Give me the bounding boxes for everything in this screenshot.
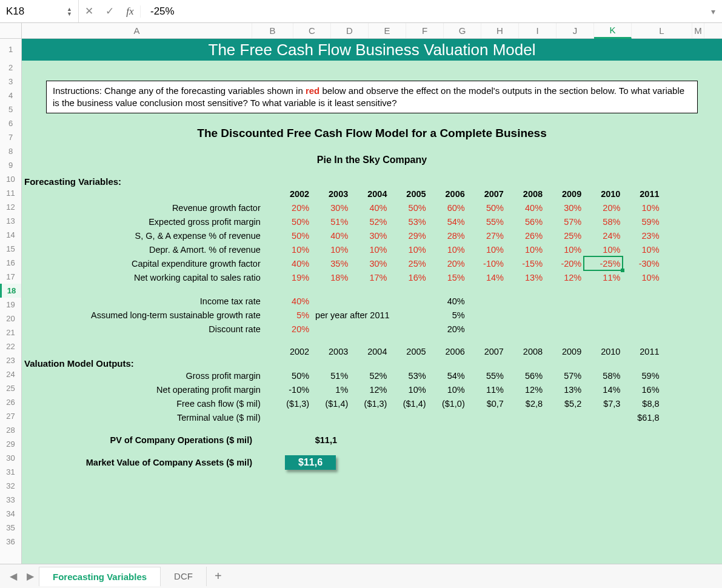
sheet-content[interactable]: The Free Cash Flow Business Valuation Mo… [22,39,722,564]
fv-cell[interactable]: 10% [350,242,389,256]
fv-cell[interactable]: 60% [429,201,467,215]
row-header-4[interactable]: 4 [0,89,21,102]
fv-cell[interactable]: 40% [312,229,350,242]
row-header-11[interactable]: 11 [0,186,21,200]
row-header-32[interactable]: 32 [0,479,21,493]
fv-cell[interactable]: 57% [545,215,584,229]
fv-cell[interactable]: 35% [312,256,350,270]
fv-cell[interactable]: 26% [506,229,545,242]
row-header-8[interactable]: 8 [0,144,21,158]
fv-cell[interactable]: 51% [312,215,350,229]
fv-cell[interactable]: 13% [506,270,545,284]
fx-icon[interactable]: fx [120,5,141,18]
cancel-icon[interactable]: ✕ [79,5,99,18]
column-header-L[interactable]: L [632,23,692,38]
column-header-H[interactable]: H [481,23,519,38]
row-header-14[interactable]: 14 [0,228,21,242]
tab-forecasting-variables[interactable]: Forecasting Variables [39,567,161,586]
fv-cell[interactable]: 10% [269,242,312,256]
accept-icon[interactable]: ✓ [99,5,120,18]
row-header-35[interactable]: 35 [0,521,21,535]
tab-nav-next-icon[interactable]: ▶ [22,570,39,582]
fv-cell[interactable]: 29% [389,229,428,242]
fv-cell[interactable]: 40% [506,201,545,215]
fv-cell[interactable]: 50% [389,201,428,215]
row-header-6[interactable]: 6 [0,116,21,130]
fv-cell[interactable]: 50% [269,229,312,242]
fv-cell[interactable]: 20% [584,201,623,215]
row-header-23[interactable]: 23 [0,353,21,367]
fv-cell[interactable]: 50% [269,215,312,229]
fv-cell[interactable]: 12% [545,270,584,284]
fv-cell[interactable]: 10% [545,242,584,256]
column-header-C[interactable]: C [293,23,331,38]
row-header-10[interactable]: 10 [0,172,21,186]
row-header-9[interactable]: 9 [0,158,21,172]
fv-cell[interactable]: 27% [467,229,506,242]
fv-cell[interactable]: 10% [584,242,623,256]
fv-cell[interactable]: -30% [623,256,661,270]
fv-cell[interactable]: 20% [269,201,312,215]
fv-cell[interactable]: 40% [269,256,312,270]
row-header-27[interactable]: 27 [0,409,21,423]
column-header-J[interactable]: J [557,23,594,38]
fv-cell[interactable]: 16% [389,270,428,284]
fv-cell[interactable]: 23% [623,229,661,242]
column-header-M[interactable]: M [692,23,704,38]
column-header-E[interactable]: E [369,23,406,38]
fv-cell[interactable]: 59% [623,215,661,229]
fv-cell[interactable]: 25% [545,229,584,242]
column-header-G[interactable]: G [444,23,481,38]
row-header-3[interactable]: 3 [0,75,21,89]
select-all-corner[interactable] [0,23,22,38]
row-header-33[interactable]: 33 [0,493,21,507]
fv-cell[interactable]: 40% [350,201,389,215]
fv-cell[interactable]: 14% [467,270,506,284]
row-header-2[interactable]: 2 [0,61,21,75]
namebox-spinner[interactable]: ▲▼ [67,7,72,16]
fv-cell[interactable]: 17% [350,270,389,284]
row-header-22[interactable]: 22 [0,339,21,353]
column-header-K[interactable]: K [594,23,632,39]
fv-cell[interactable]: 58% [584,215,623,229]
fv-cell[interactable]: 53% [389,215,428,229]
fv-cell[interactable]: -25% [584,256,623,270]
row-header-7[interactable]: 7 [0,130,21,144]
column-header-F[interactable]: F [406,23,444,38]
add-sheet-button[interactable]: + [207,569,230,583]
column-header-I[interactable]: I [519,23,557,38]
fv-cell[interactable]: 56% [506,215,545,229]
fv-cell[interactable]: 20% [429,256,467,270]
row-header-16[interactable]: 16 [0,256,21,270]
fv-cell[interactable]: -15% [506,256,545,270]
fv-cell[interactable]: 15% [429,270,467,284]
fv-cell[interactable]: 19% [269,270,312,284]
fv-cell[interactable]: 50% [467,201,506,215]
fv-cell[interactable]: -10% [467,256,506,270]
fv-cell[interactable]: 54% [429,215,467,229]
fv-cell[interactable]: 30% [312,201,350,215]
row-header-36[interactable]: 36 [0,535,21,549]
row-header-15[interactable]: 15 [0,242,21,256]
fv-cell[interactable]: 55% [467,215,506,229]
row-header-13[interactable]: 13 [0,214,21,228]
row-header-12[interactable]: 12 [0,200,21,214]
row-header-26[interactable]: 26 [0,395,21,409]
fv-cell[interactable]: 52% [350,215,389,229]
column-header-D[interactable]: D [331,23,369,38]
row-header-19[interactable]: 19 [0,298,21,312]
row-header-17[interactable]: 17 [0,270,21,284]
fv-cell[interactable]: 10% [429,242,467,256]
fv-cell[interactable]: 10% [623,270,661,284]
assumption-value[interactable]: 5% [269,308,312,322]
fv-cell[interactable]: 10% [623,242,661,256]
fv-cell[interactable]: 10% [312,242,350,256]
fv-cell[interactable]: 10% [467,242,506,256]
row-header-18[interactable]: 18 [0,284,21,298]
row-header-28[interactable]: 28 [0,423,21,437]
row-header-29[interactable]: 29 [0,437,21,451]
row-header-24[interactable]: 24 [0,367,21,381]
fv-cell[interactable]: 30% [350,256,389,270]
fv-cell[interactable]: 10% [389,242,428,256]
fv-cell[interactable]: -20% [545,256,584,270]
